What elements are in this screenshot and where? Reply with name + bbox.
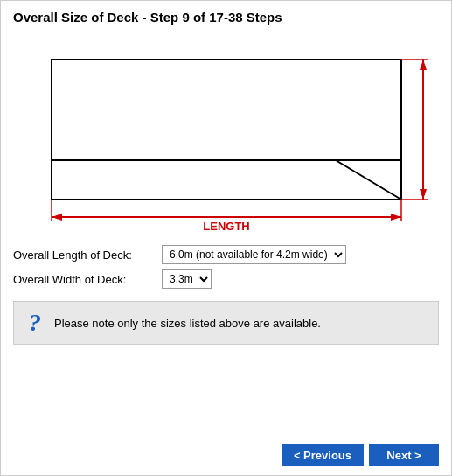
- width-select[interactable]: 3.3m 2.4m 3.0m 3.6m 4.2m: [162, 270, 212, 289]
- help-icon: ?: [24, 309, 45, 337]
- page-container: Overall Size of Deck - Step 9 of 17-38 S…: [0, 0, 452, 476]
- svg-marker-7: [420, 60, 427, 70]
- diagram-container: WIDTH LENGTH: [13, 33, 439, 234]
- length-select[interactable]: 6.0m (not available for 4.2m wide) 3.0m …: [162, 245, 346, 264]
- length-label: Overall Length of Deck:: [13, 248, 162, 262]
- page-title: Overall Size of Deck - Step 9 of 17-38 S…: [13, 10, 439, 24]
- width-row: Overall Width of Deck: 3.3m 2.4m 3.0m 3.…: [13, 270, 439, 289]
- svg-line-5: [336, 160, 401, 200]
- width-label: Overall Width of Deck:: [13, 273, 162, 286]
- previous-button[interactable]: < Previous: [282, 444, 364, 466]
- svg-marker-14: [391, 214, 401, 220]
- svg-marker-13: [52, 214, 62, 220]
- next-button[interactable]: Next >: [369, 444, 439, 466]
- length-row: Overall Length of Deck: 6.0m (not availa…: [13, 245, 439, 264]
- deck-diagram: WIDTH LENGTH: [25, 33, 428, 234]
- svg-text:LENGTH: LENGTH: [203, 220, 249, 233]
- note-box: ? Please note only the sizes listed abov…: [13, 301, 439, 345]
- svg-marker-8: [420, 189, 427, 200]
- footer: < Previous Next >: [13, 439, 439, 466]
- note-text: Please note only the sizes listed above …: [54, 317, 321, 330]
